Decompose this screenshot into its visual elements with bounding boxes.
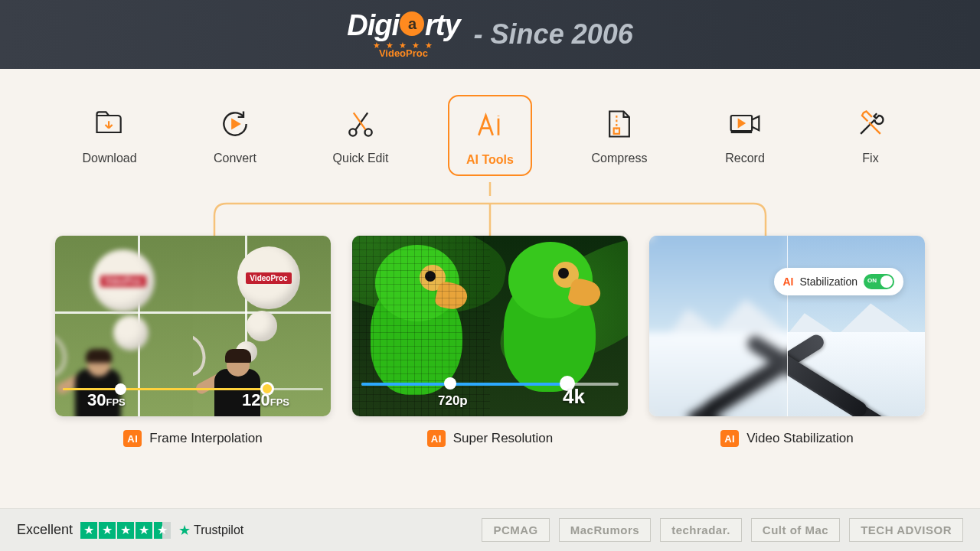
tab-label: Record xyxy=(725,152,765,165)
tab-label: Compress xyxy=(592,152,648,165)
tab-label: Convert xyxy=(214,152,256,165)
press-badge: Cult of Mac xyxy=(751,518,840,542)
res-high-label: 4k xyxy=(563,385,585,409)
record-icon xyxy=(727,106,763,142)
press-badge: TECH ADVISOR xyxy=(849,518,963,542)
tab-convert[interactable]: Convert xyxy=(197,106,273,176)
trustpilot-logo: ★ Trustpilot xyxy=(178,522,243,539)
card-caption: AI Video Stabilization xyxy=(649,430,925,447)
card-caption: AI Frame Interpolation xyxy=(55,430,331,447)
convert-icon xyxy=(217,106,253,142)
res-low-label: 720p xyxy=(438,393,468,409)
brand-suffix: rty xyxy=(425,11,460,40)
press-badge: MacRumors xyxy=(559,518,651,542)
fps-high-label: 120FPS xyxy=(242,390,289,410)
fix-icon xyxy=(852,106,889,142)
card-image: AI Stabilization ON xyxy=(649,236,925,416)
brand-prefix: Digi xyxy=(347,11,399,40)
press-badge: techradar. xyxy=(660,518,742,542)
ball-brand-tag: VideoProc xyxy=(246,272,291,284)
tab-label: Download xyxy=(82,152,136,165)
tab-ai-tools[interactable]: AI Tools xyxy=(448,95,532,176)
rating-word: Excellent xyxy=(17,522,73,538)
tab-label: Quick Edit xyxy=(333,152,389,165)
brand-logo: Digi a rty ★ ★ ★ ★ ★ VideoProc xyxy=(347,11,459,58)
trustpilot-star-icon: ★ xyxy=(178,522,191,539)
press-logos: PCMAG MacRumors techradar. Cult of Mac T… xyxy=(482,518,963,542)
feature-tabs: Download Convert Quick Edit AI T xyxy=(0,106,980,176)
tab-compress[interactable]: Compress xyxy=(581,106,658,176)
brand-wordmark: Digi a rty xyxy=(347,11,459,40)
fps-low-label: 30FPS xyxy=(87,390,126,410)
ai-icon xyxy=(472,107,508,144)
ai-badge-icon: AI xyxy=(123,430,142,447)
card-image: 720p 4k xyxy=(352,236,628,416)
tab-fix[interactable]: Fix xyxy=(832,106,909,176)
card-frame-interpolation[interactable]: VideoProc VideoProc xyxy=(55,236,331,447)
card-title: Frame Interpolation xyxy=(149,431,262,446)
tab-label: Fix xyxy=(862,152,878,165)
brand-letter-icon: a xyxy=(400,11,424,36)
connector-lines xyxy=(100,182,880,236)
compare-divider-icon xyxy=(787,236,788,416)
card-video-stabilization[interactable]: AI Stabilization ON AI Video Stabilizati… xyxy=(649,236,925,447)
brand-sub: VideoProc xyxy=(379,48,428,58)
chip-ai: AI xyxy=(783,276,794,288)
ai-badge-icon: AI xyxy=(427,430,446,447)
scissors-icon xyxy=(342,106,379,142)
press-badge: PCMAG xyxy=(482,518,549,542)
rating-stars-icon: ★★★★★ xyxy=(80,522,171,539)
footer: Excellent ★★★★★ ★ Trustpilot PCMAG MacRu… xyxy=(0,508,980,551)
stabilization-chip: AI Stabilization ON xyxy=(774,268,904,295)
tab-quick-edit[interactable]: Quick Edit xyxy=(322,106,399,176)
chip-text: Stabilization xyxy=(800,276,858,288)
ball-brand-tag: VideoProc xyxy=(100,276,145,287)
trustpilot-text: Trustpilot xyxy=(194,523,243,537)
tab-download[interactable]: Download xyxy=(71,106,148,176)
card-image: VideoProc VideoProc xyxy=(55,236,331,416)
since-text: - Since 2006 xyxy=(474,18,633,51)
svg-point-1 xyxy=(365,129,372,135)
app-header: Digi a rty ★ ★ ★ ★ ★ VideoProc - Since 2… xyxy=(0,0,980,69)
tab-label: AI Tools xyxy=(466,153,514,167)
feature-cards: VideoProc VideoProc xyxy=(0,236,980,447)
compress-icon xyxy=(601,106,638,142)
tab-record[interactable]: Record xyxy=(707,106,783,176)
svg-point-0 xyxy=(349,129,356,135)
card-caption: AI Super Resolution xyxy=(352,430,628,447)
download-icon xyxy=(91,106,128,142)
ai-badge-icon: AI xyxy=(720,430,739,447)
card-title: Video Stabilization xyxy=(746,431,854,446)
card-super-resolution[interactable]: 720p 4k AI Super Resolution xyxy=(352,236,628,447)
stabilization-toggle[interactable]: ON xyxy=(864,274,894,289)
card-title: Super Resolution xyxy=(453,431,553,446)
trustpilot-rating: Excellent ★★★★★ ★ Trustpilot xyxy=(17,522,243,539)
